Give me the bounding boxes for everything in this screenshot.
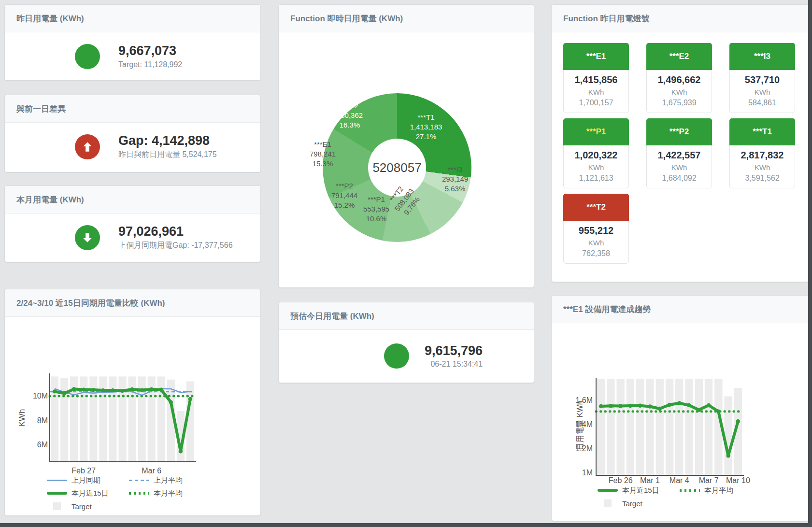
month-usage-value: 97,026,961 xyxy=(118,224,233,239)
card-body: 9,667,073 Target: 11,128,992 xyxy=(5,32,260,80)
lamp-tile-value: 1,415,856 xyxy=(564,74,628,85)
yesterday-usage-target: Target: 11,128,992 xyxy=(118,60,182,69)
lamp-tile-unit: KWh xyxy=(730,88,795,96)
legend-label: 本月平均 xyxy=(154,489,183,498)
svg-text:KWh: KWh xyxy=(17,409,27,427)
card-title: 與前一日差異 xyxy=(5,95,260,123)
svg-text:Feb 27: Feb 27 xyxy=(71,467,96,475)
month-usage-gap: 上個月同期用電Gap: -17,377,566 xyxy=(118,241,233,251)
card-title: Function 即時日用電量 (KWh) xyxy=(279,5,534,32)
lamp-tile: ***E1 1,415,856 KWh 1,700,157 xyxy=(563,43,629,113)
card-body: 5208057 ***T11,413,18327.1%***I3293,1495… xyxy=(279,32,534,287)
lamp-tile-name: ***T1 xyxy=(729,118,795,145)
svg-text:Mar 10: Mar 10 xyxy=(726,476,750,484)
legend-label: 本月近15日 xyxy=(71,489,109,498)
dashboard-page: { "cards": { "yesterday": { "title": "昨日… xyxy=(0,0,812,527)
donut-chart[interactable]: 5208057 ***T11,413,18327.1%***I3293,1495… xyxy=(279,32,534,287)
legend-item[interactable]: 上月平均 xyxy=(129,475,183,485)
legend-item[interactable]: Target xyxy=(598,499,675,508)
card-title: 本月用電量 (KWh) xyxy=(5,186,260,214)
lamp-tile-target: 762,358 xyxy=(564,249,628,258)
svg-text:Mar 4: Mar 4 xyxy=(670,476,689,484)
estimate-timestamp: 06-21 15:34:41 xyxy=(425,360,483,369)
donut-slice-label: ***E2850,36216.3% xyxy=(337,101,363,130)
legend-swatch-target-square xyxy=(604,499,612,507)
card-estimate-today: 預估今日用電量 (KWh) 9,615,796 06-21 15:34:41 xyxy=(278,302,534,383)
svg-text:1M: 1M xyxy=(582,469,593,477)
comparison-chart-legend: 上月同期上月平均本月近15日本月平均Target xyxy=(47,475,183,511)
lamp-tile-name: ***E2 xyxy=(646,43,712,70)
card-month-usage: 本月用電量 (KWh) 97,026,961 上個月同期用電Gap: -17,3… xyxy=(4,185,261,262)
yesterday-usage-value: 9,667,073 xyxy=(118,43,182,58)
svg-text:Mar 1: Mar 1 xyxy=(640,476,660,484)
lamp-tile: ***E2 1,496,662 KWh 1,675,939 xyxy=(646,43,712,113)
stat-text: 9,667,073 Target: 11,128,992 xyxy=(118,43,182,69)
legend-label: Target xyxy=(622,499,642,508)
card-comparison-chart: 2/24~3/10 近15日同期用電量比較 (KWh) 6M8M10MFeb 2… xyxy=(4,289,261,516)
horizontal-scrollbar[interactable] xyxy=(0,523,812,527)
status-circle-icon xyxy=(75,44,100,69)
svg-text:10M: 10M xyxy=(33,392,48,400)
card-title: 昨日用電量 (KWh) xyxy=(5,5,260,32)
svg-text:Mar 7: Mar 7 xyxy=(699,476,719,484)
lamp-tile-value: 537,710 xyxy=(730,74,795,85)
card-title: 2/24~3/10 近15日同期用電量比較 (KWh) xyxy=(5,289,260,317)
legend-label: 本月平均 xyxy=(704,486,733,495)
lamp-tile-target: 1,675,939 xyxy=(647,99,712,107)
legend-swatch-green-thick xyxy=(47,492,67,495)
card-title: Function 昨日用電燈號 xyxy=(552,5,809,32)
legend-item[interactable]: 本月近15日 xyxy=(47,488,124,498)
legend-item[interactable]: 本月平均 xyxy=(129,488,183,498)
donut-slice-label: ***T11,413,18327.1% xyxy=(410,113,442,142)
card-gap-prev-day: 與前一日差異 Gap: 4,142,898 昨日與前日用電量 5,524,175 xyxy=(4,95,261,172)
lamp-tile-unit: KWh xyxy=(647,163,712,171)
card-body: 6M8M10MFeb 27Mar 6KWh 上月同期上月平均本月近15日本月平均… xyxy=(5,317,260,515)
lamp-tile-grid: ***E1 1,415,856 KWh 1,700,157***E2 1,496… xyxy=(552,32,809,264)
legend-label: 上月平均 xyxy=(154,476,183,485)
lamp-tile-unit: KWh xyxy=(564,239,628,247)
lamp-tile: ***I3 537,710 KWh 584,861 xyxy=(729,43,795,113)
svg-text:Mar 6: Mar 6 xyxy=(142,467,161,475)
legend-item[interactable]: 本月平均 xyxy=(680,485,733,495)
legend-swatch-blue-dashed xyxy=(129,480,149,481)
up-arrow-icon xyxy=(75,134,100,159)
card-body: 9,615,796 06-21 15:34:41 xyxy=(279,330,534,382)
card-body: 1M1.2M1.4M1.6MFeb 26Mar 1Mar 4Mar 7Mar 1… xyxy=(552,323,809,521)
svg-text:Feb 26: Feb 26 xyxy=(609,476,633,484)
card-e1-trend: ***E1 設備用電達成趨勢 1M1.2M1.4M1.6MFeb 26Mar 1… xyxy=(551,295,809,521)
legend-label: 本月近15日 xyxy=(622,486,659,495)
e1-trend-line-chart: 1M1.2M1.4M1.6MFeb 26Mar 1Mar 4Mar 7Mar 1… xyxy=(552,323,809,485)
gap-subtitle: 昨日與前日用電量 5,524,175 xyxy=(118,150,217,160)
comparison-line-chart: 6M8M10MFeb 27Mar 6KWh xyxy=(5,317,260,476)
svg-text:6M: 6M xyxy=(37,441,48,449)
card-yesterday-usage: 昨日用電量 (KWh) 9,667,073 Target: 11,128,992 xyxy=(4,4,261,81)
svg-text:日用電量 KWh: 日用電量 KWh xyxy=(576,400,584,450)
legend-label: Target xyxy=(71,502,92,511)
lamp-tile-value: 1,422,557 xyxy=(647,150,712,161)
down-arrow-icon xyxy=(75,225,100,250)
lamp-tile: ***T1 2,817,832 KWh 3,591,562 xyxy=(729,118,795,188)
lamp-tile-unit: KWh xyxy=(564,163,628,171)
lamp-tile-target: 1,121,613 xyxy=(564,174,628,183)
vertical-scrollbar[interactable] xyxy=(808,0,812,527)
status-circle-icon xyxy=(384,343,409,369)
lamp-tile-unit: KWh xyxy=(730,163,795,171)
lamp-tile-value: 1,496,662 xyxy=(647,74,712,85)
lamp-tile-value: 1,020,322 xyxy=(564,150,628,161)
lamp-tile-target: 1,700,157 xyxy=(564,99,628,107)
lamp-tile-value: 955,212 xyxy=(564,225,628,236)
donut-slice-label: ***I3293,1495.63% xyxy=(442,165,468,194)
lamp-tile-name: ***I3 xyxy=(729,43,795,70)
lamp-tile-name: ***T2 xyxy=(563,194,629,221)
legend-swatch-target-square xyxy=(53,502,61,510)
donut-slice-label: ***E1798,24115.3% xyxy=(310,140,336,169)
lamp-tile-target: 3,591,562 xyxy=(730,174,795,183)
lamp-tile-name: ***P1 xyxy=(563,118,629,145)
lamp-tile-target: 1,684,092 xyxy=(647,174,712,183)
legend-swatch-green-dotted xyxy=(680,489,700,492)
legend-item[interactable]: 本月近15日 xyxy=(598,485,675,495)
legend-item[interactable]: 上月同期 xyxy=(47,475,124,485)
legend-swatch-green-thick xyxy=(598,489,618,492)
legend-item[interactable]: Target xyxy=(47,501,124,511)
donut-slice-label: ***P2791,44415.2% xyxy=(331,181,357,210)
